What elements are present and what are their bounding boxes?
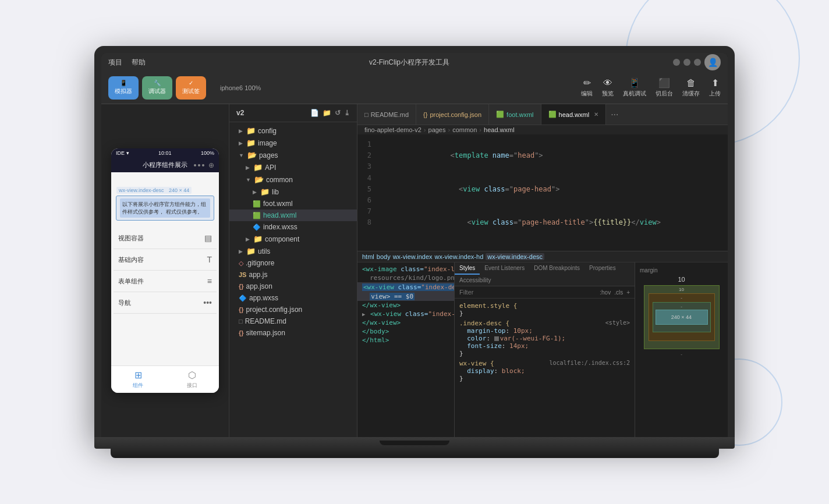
filter-add-btn[interactable]: + (626, 289, 630, 296)
menu-item-nav-label: 导航 (118, 299, 131, 307)
toolbar-upload-btn[interactable]: ⬆ 上传 (709, 77, 721, 98)
code-content[interactable]: <template name="head"> <view class="page… (378, 134, 728, 251)
tree-item-lib[interactable]: ▶ 📁 lib (229, 186, 357, 198)
file-icon-app-js: JS (239, 271, 246, 278)
tree-item-common[interactable]: ▼ 📂 common (229, 173, 357, 186)
box-padding-val: - (681, 304, 682, 309)
tree-item-pages[interactable]: ▼ 📂 pages (229, 149, 357, 161)
html-line-6: ▶ <wx-view class="index-bd" >_</wx-view> (357, 310, 454, 318)
clearcache-label: 清缓存 (682, 90, 700, 98)
toolbar-background-btn[interactable]: ⬛ 切后台 (656, 77, 673, 98)
tree-item-config[interactable]: ▶ 📁 config (229, 125, 357, 137)
test-btn[interactable]: ✓ 测试签 (176, 76, 206, 100)
tree-item-foot-wxml[interactable]: 🟩 foot.wxml (229, 198, 357, 210)
menu-item-view[interactable]: 视图容器 ▤ (114, 228, 217, 249)
bottom-content: <wx-image class="index-logo" src="../res… (357, 262, 728, 437)
tree-label-index-wxss: index.wxss (263, 223, 297, 231)
new-file-icon[interactable]: 📄 (310, 109, 319, 117)
tab-head-wxml-icon: 🟩 (548, 111, 557, 118)
styles-filter-input[interactable] (459, 289, 596, 296)
tree-item-gitignore[interactable]: ◇ .gitignore (229, 257, 357, 269)
tree-label-readme: README.md (245, 317, 286, 325)
win-close-btn[interactable] (694, 59, 701, 66)
menu-item-form[interactable]: 表单组件 ≡ (114, 271, 217, 292)
tab-project-json[interactable]: {} project.config.json (416, 104, 489, 125)
new-folder-icon[interactable]: 📁 (323, 109, 331, 117)
tree-label-utils: utils (258, 247, 270, 255)
tree-item-image[interactable]: ▶ 📁 image (229, 137, 357, 149)
tab-readme[interactable]: □ README.md (357, 104, 416, 125)
elem-crumb-wxview-desc[interactable]: wx-view.index-desc (486, 253, 544, 260)
upload-icon: ⬆ (711, 77, 719, 88)
menu-project[interactable]: 项目 (108, 58, 122, 68)
tree-label-sitemap: sitemap.json (246, 329, 285, 337)
tree-item-app-json[interactable]: {} app.json (229, 281, 357, 292)
elem-crumb-wxview-index[interactable]: wx-view.index (393, 253, 433, 260)
debugger-label: 调试器 (148, 87, 166, 95)
tab-event-listeners[interactable]: Event Listeners (480, 262, 529, 275)
menu-item-basic[interactable]: 基础内容 T (114, 249, 217, 271)
tree-item-component[interactable]: ▶ 📁 component (229, 233, 357, 245)
edit-icon: ✏ (583, 77, 591, 88)
html-line-8: </body> (357, 327, 454, 336)
tree-item-readme[interactable]: □ README.md (229, 315, 357, 327)
laptop-wrapper: 项目 帮助 v2-FinClip小程序开发工具 👤 📱 模拟器 (94, 46, 735, 458)
tree-item-api[interactable]: ▶ 📁 API (229, 161, 357, 173)
toolbar-preview-btn[interactable]: 👁 预览 (602, 78, 614, 98)
nav-component-label: 组件 (133, 382, 143, 389)
tree-item-index-wxss[interactable]: 🔷 index.wxss (229, 221, 357, 233)
win-minimize-btn[interactable] (673, 59, 680, 66)
title-bar-left: 项目 帮助 (108, 58, 146, 68)
tab-more-btn[interactable]: ··· (606, 109, 623, 120)
tree-item-sitemap[interactable]: {} sitemap.json (229, 327, 357, 339)
menu-item-nav[interactable]: 导航 ••• (114, 292, 217, 314)
collapse-icon[interactable]: ⤓ (344, 109, 350, 117)
nav-api[interactable]: ⬡ 接口 (187, 370, 197, 389)
filter-cls-btn[interactable]: .cls (614, 289, 623, 296)
tab-dom-breakpoints[interactable]: DOM Breakpoints (529, 262, 584, 275)
tree-item-app-js[interactable]: JS app.js (229, 269, 357, 281)
elem-crumb-html[interactable]: html (362, 253, 374, 260)
tab-styles[interactable]: Styles (455, 262, 480, 275)
menu-help[interactable]: 帮助 (132, 58, 146, 68)
code-line-2: <view class="page-head"> (378, 173, 728, 207)
style-prop-margin-top: margin-top (467, 327, 505, 335)
folder-icon-utils: 📁 (246, 247, 256, 255)
menu-item-basic-icon: T (207, 255, 212, 264)
toolbar-edit-btn[interactable]: ✏ 编辑 (581, 77, 593, 98)
tab-head-wxml[interactable]: 🟩 head.wxml ✕ (541, 104, 607, 125)
app-title: v2-FinClip小程序开发工具 (146, 58, 673, 68)
html-inspector[interactable]: <wx-image class="index-logo" src="../res… (357, 262, 454, 437)
filter-hov-btn[interactable]: :hov (600, 289, 611, 296)
refresh-icon[interactable]: ↺ (335, 109, 341, 117)
tree-item-project-json[interactable]: {} project.config.json (229, 304, 357, 315)
tree-item-head-wxml[interactable]: 🟩 head.wxml (229, 210, 357, 221)
tab-head-wxml-close[interactable]: ✕ (594, 111, 598, 118)
win-maximize-btn[interactable] (683, 59, 690, 66)
toolbar-realdevice-btn[interactable]: 📱 真机调试 (623, 77, 646, 98)
tab-foot-wxml[interactable]: 🟩 foot.wxml (489, 104, 541, 125)
highlight-label: wx-view.index-desc 240 × 44 (116, 187, 192, 194)
simulator-btn[interactable]: 📱 模拟器 (108, 76, 139, 100)
style-source-wx-view[interactable]: localfile:/.index.css:2 (550, 360, 630, 366)
editor-breadcrumb: fino-applet-demo-v2 › pages › common › h… (357, 125, 728, 134)
style-val-color: var(--weui-FG-1); (500, 335, 566, 342)
debugger-btn[interactable]: 🔧 调试器 (142, 76, 172, 100)
toolbar-clearcache-btn[interactable]: 🗑 清缓存 (682, 78, 700, 98)
laptop-screen: 项目 帮助 v2-FinClip小程序开发工具 👤 📱 模拟器 (101, 53, 728, 437)
tab-properties[interactable]: Properties (584, 262, 621, 275)
tab-accessibility[interactable]: Accessibility (455, 275, 495, 286)
user-avatar[interactable]: 👤 (704, 54, 721, 70)
breadcrumb-sep-3: › (479, 126, 481, 133)
realdevice-label: 真机调试 (623, 90, 646, 98)
elem-crumb-wxview-hd[interactable]: wx-view.index-hd (435, 253, 484, 260)
menu-item-view-icon: ▤ (204, 233, 212, 243)
elem-crumb-body[interactable]: body (377, 253, 391, 260)
breadcrumb-root: fino-applet-demo-v2 (364, 126, 421, 133)
tree-item-utils[interactable]: ▶ 📁 utils (229, 245, 357, 257)
nav-component[interactable]: ⊞ 组件 (133, 370, 143, 389)
tree-item-app-wxss[interactable]: 🔷 app.wxss (229, 292, 357, 304)
toolbar: 📱 模拟器 🔧 调试器 ✓ 测试签 iphone6 100% (101, 72, 728, 104)
style-val-font-size: 14px; (509, 342, 529, 350)
file-icon-index-wxss: 🔷 (253, 223, 261, 231)
